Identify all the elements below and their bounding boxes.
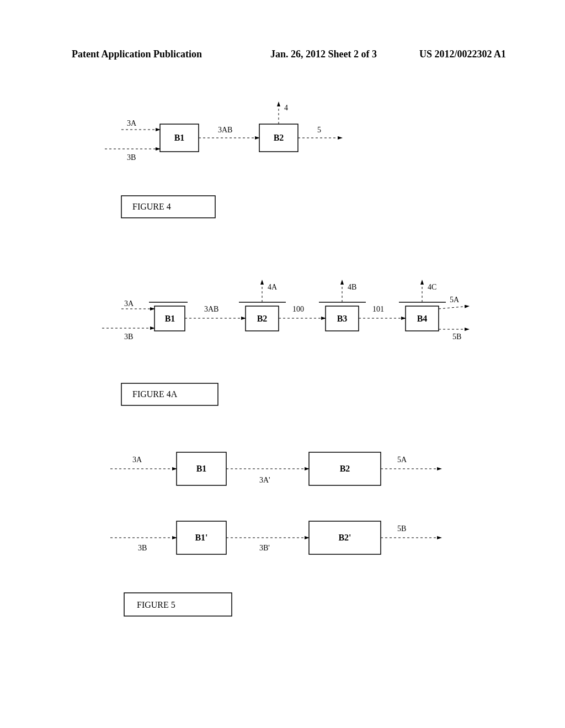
fig4a-label-5B: 5B xyxy=(452,333,461,341)
fig5-caption: FIGURE 5 xyxy=(137,600,175,609)
fig4-label-3AB: 3AB xyxy=(218,126,232,134)
fig4a-b3-label: B3 xyxy=(337,314,348,323)
fig4a-b4-label: B4 xyxy=(417,314,428,323)
fig5-label-3B: 3B xyxy=(138,544,147,552)
fig4-label-4: 4 xyxy=(284,104,288,112)
page: Patent Application Publication Jan. 26, … xyxy=(0,0,565,728)
fig4-caption: FIGURE 4 xyxy=(132,202,171,211)
fig5-b2p-label: B2' xyxy=(338,533,351,542)
fig5-label-3Ap: 3A' xyxy=(259,476,270,484)
fig4a-label-4A: 4A xyxy=(268,283,278,291)
fig4a-label-4C: 4C xyxy=(428,283,436,291)
fig4-label-5: 5 xyxy=(317,126,321,134)
fig4-label-3B: 3B xyxy=(127,153,136,162)
fig5-b1-label: B1 xyxy=(196,464,207,473)
fig4a-label-3B: 3B xyxy=(124,333,133,341)
fig4-b1-label: B1 xyxy=(174,133,185,142)
fig5-label-3A: 3A xyxy=(132,456,142,464)
diagram-canvas: B1 B2 3A 3B 3AB 4 5 FIGURE 4 B1 B2 xyxy=(0,0,565,728)
fig5-label-5B: 5B xyxy=(397,524,406,533)
fig5-label-5A: 5A xyxy=(397,456,407,464)
fig4a-b1-label: B1 xyxy=(165,314,175,323)
fig4a-label-4B: 4B xyxy=(348,283,356,291)
fig4a-arrow-5A xyxy=(439,306,469,309)
fig5-b1p-label: B1' xyxy=(195,533,207,542)
fig4a-label-5A: 5A xyxy=(450,296,460,304)
fig4-label-3A: 3A xyxy=(127,119,137,127)
fig5-b2-label: B2 xyxy=(340,464,350,473)
fig5-label-3Bp: 3B' xyxy=(259,544,270,552)
fig4a-label-101: 101 xyxy=(372,305,384,313)
fig4-b2-label: B2 xyxy=(274,133,284,142)
fig4a-label-100: 100 xyxy=(292,305,304,313)
fig4a-caption: FIGURE 4A xyxy=(132,389,178,399)
fig4a-label-3A: 3A xyxy=(124,299,134,308)
fig4a-b2-label: B2 xyxy=(257,314,268,323)
fig4a-label-3AB: 3AB xyxy=(204,305,218,313)
